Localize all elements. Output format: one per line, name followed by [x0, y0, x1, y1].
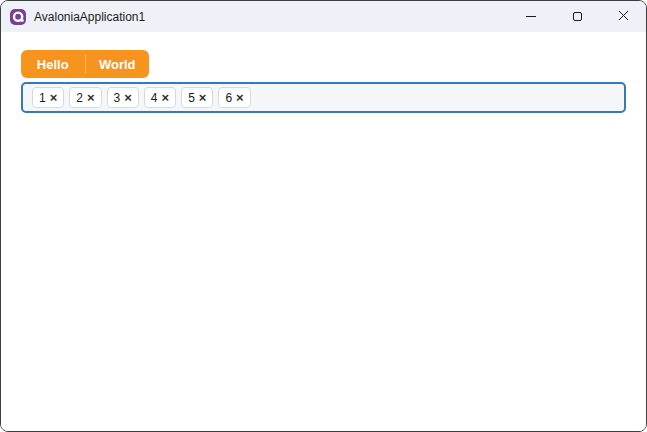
tag-remove-icon[interactable]: × [50, 91, 58, 104]
app-window: AvaloniaApplication1 Hello World 1 × [0, 0, 647, 432]
tab-world[interactable]: World [86, 50, 150, 78]
tag-remove-icon[interactable]: × [124, 91, 132, 104]
maximize-icon [573, 12, 582, 21]
avalonia-logo-icon [10, 9, 26, 25]
tag-chip-value: 6 [225, 91, 232, 105]
maximize-button[interactable] [554, 1, 600, 32]
tag-chip: 1 × [32, 87, 64, 108]
tag-chip: 6 × [218, 87, 250, 108]
tag-chip: 5 × [181, 87, 213, 108]
tabstrip: Hello World [21, 50, 149, 78]
titlebar: AvaloniaApplication1 [1, 1, 646, 32]
tag-remove-icon[interactable]: × [87, 91, 95, 104]
tag-remove-icon[interactable]: × [236, 91, 244, 104]
content-area: Hello World 1 × 2 × 3 × 4 × 5 × [1, 50, 646, 432]
tag-chip-value: 5 [188, 91, 195, 105]
tag-remove-icon[interactable]: × [199, 91, 207, 104]
window-title: AvaloniaApplication1 [34, 10, 145, 24]
tag-chip-value: 1 [39, 91, 46, 105]
minimize-button[interactable] [508, 1, 554, 32]
tag-chip-value: 4 [151, 91, 158, 105]
tag-input[interactable]: 1 × 2 × 3 × 4 × 5 × 6 × [21, 82, 626, 113]
close-button[interactable] [600, 1, 646, 32]
tab-hello[interactable]: Hello [21, 50, 85, 78]
close-icon [618, 9, 629, 24]
tag-chip: 4 × [144, 87, 176, 108]
tag-chip: 3 × [107, 87, 139, 108]
tag-remove-icon[interactable]: × [162, 91, 170, 104]
tag-chip: 2 × [69, 87, 101, 108]
tag-chip-value: 2 [76, 91, 83, 105]
tag-chip-value: 3 [114, 91, 121, 105]
minimize-icon [526, 16, 536, 17]
